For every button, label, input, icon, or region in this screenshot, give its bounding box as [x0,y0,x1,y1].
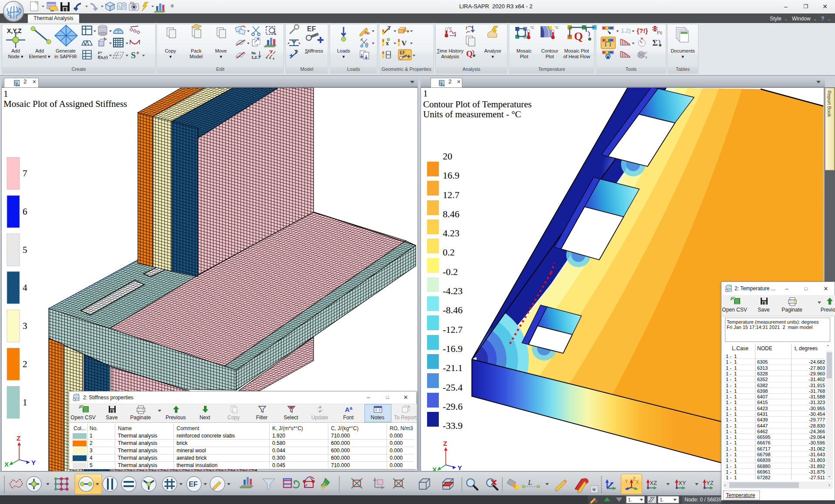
svg-text:1: 1 [23,397,27,408]
svg-text:Σ: Σ [652,38,658,47]
svg-text:X: X [636,480,639,484]
svg-text:Node: 0 / 56839: Node: 0 / 56839 [685,497,722,503]
svg-text:EF: EF [189,481,198,488]
svg-text:1.: 1. [660,497,664,502]
svg-text:-12.7: -12.7 [443,324,463,335]
svg-text:t: t [646,56,647,60]
svg-text:+: + [136,50,140,56]
svg-text:7: 7 [23,168,27,179]
svg-text:0.2: 0.2 [443,247,455,258]
svg-text:L: L [528,478,532,487]
svg-text:№: № [593,499,598,503]
svg-text:EF: EF [307,25,316,33]
svg-text:X: X [4,461,9,468]
svg-text:1.2): 1.2) [621,27,631,34]
svg-text:-0.2: -0.2 [443,266,458,277]
svg-text:1: 1 [423,88,428,99]
svg-text:{?!}: {?!} [637,27,648,34]
svg-text:z=: z= [98,50,102,55]
svg-text:-33.9: -33.9 [443,420,463,431]
svg-text:T: T [294,49,298,55]
svg-text:EF: EF [400,50,405,55]
svg-text:f(x,y): f(x,y) [98,55,108,60]
svg-text:Y: Y [625,479,628,484]
svg-text:V: V [401,39,407,47]
svg-text:№: № [365,30,370,35]
svg-text:Z: Z [633,477,635,481]
svg-text:X,Y,Z: X,Y,Z [7,27,22,34]
svg-text:T: T [387,25,391,31]
svg-text:8.46: 8.46 [443,209,460,219]
svg-text:t: t [455,31,456,36]
svg-text:XZ: XZ [650,480,657,486]
svg-text:2: 2 [23,359,27,369]
svg-text:Q: Q [466,49,473,58]
svg-text:a: a [350,405,353,411]
svg-text:A: A [345,406,350,413]
svg-text:Units of measurement - °C: Units of measurement - °C [423,109,521,119]
svg-text:Z: Z [17,434,20,442]
svg-text:w: w [644,50,647,55]
svg-text:°C: °C [530,26,534,30]
svg-text:YZ: YZ [706,480,714,486]
svg-text:12.7: 12.7 [443,189,460,200]
svg-text:6: 6 [23,206,27,217]
svg-text:X: X [432,466,437,471]
svg-text:Y: Y [458,464,462,471]
svg-text:-8.46: -8.46 [443,305,463,315]
svg-text:3: 3 [23,321,27,331]
svg-text:-29.6: -29.6 [443,401,463,412]
svg-text:1: 1 [3,89,8,99]
svg-text:5: 5 [23,245,27,255]
svg-text:№: № [251,51,256,55]
svg-text:-21.1: -21.1 [443,362,463,373]
svg-text:Y: Y [31,459,36,466]
svg-text:t°c: t°c [657,30,662,35]
svg-text:XY: XY [678,480,686,486]
svg-text:20: 20 [441,84,444,86]
svg-text:t: t [466,25,468,30]
svg-text:Contour Plot of Temperatures: Contour Plot of Temperatures [423,99,532,109]
svg-text:-25.4: -25.4 [443,382,463,393]
svg-text:-4.23: -4.23 [443,285,463,296]
svg-text:-16.9: -16.9 [443,343,463,354]
svg-text:20: 20 [443,151,452,162]
svg-text:°C: °C [448,27,452,30]
svg-text:°C: °C [554,26,558,30]
svg-text:S: S [131,50,136,60]
svg-text:16.9: 16.9 [443,170,460,181]
svg-text:1.: 1. [628,497,632,502]
svg-text:4.23: 4.23 [443,228,460,239]
svg-text:Q: Q [574,30,583,43]
svg-text:Z: Z [443,440,447,447]
svg-text:Mosaic Plot of Assigned Stiffn: Mosaic Plot of Assigned Stiffness [3,99,127,109]
svg-text:4: 4 [23,282,27,293]
svg-text:20: 20 [17,84,20,86]
